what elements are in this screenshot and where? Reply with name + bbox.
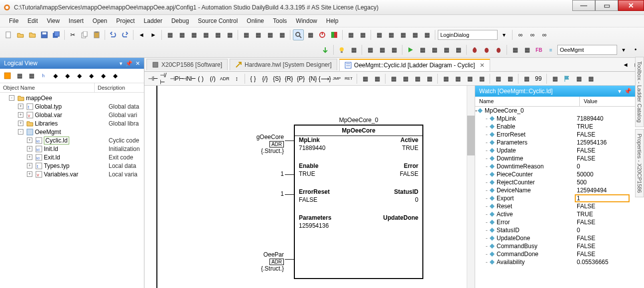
bug-icon[interactable] xyxy=(469,44,480,55)
watch-row[interactable]: -DowntimeReason0 xyxy=(475,162,644,170)
tb-icon[interactable]: ▦ xyxy=(521,44,532,55)
watch-row[interactable]: -PieceCounter50000 xyxy=(475,170,644,178)
menu-insert[interactable]: Insert xyxy=(65,16,88,26)
tree-toggle-icon[interactable]: - xyxy=(18,129,23,135)
bulb-icon[interactable] xyxy=(336,44,347,55)
tree-toggle-icon[interactable]: + xyxy=(27,138,32,143)
nav-down-icon[interactable] xyxy=(320,44,331,55)
paste-icon[interactable] xyxy=(91,29,102,40)
menu-tools[interactable]: Tools xyxy=(269,16,291,26)
tree-toggle-icon[interactable]: - xyxy=(9,95,14,101)
tb-icon[interactable]: ◆ xyxy=(74,70,85,81)
ld-icon[interactable]: ▦ xyxy=(400,73,411,84)
scrollbar[interactable] xyxy=(467,86,475,288)
watch-value-edit[interactable] xyxy=(575,194,630,202)
tb-icon[interactable]: ▦ xyxy=(417,44,428,55)
flag-icon[interactable] xyxy=(561,73,572,84)
watch-row[interactable]: -Export xyxy=(475,194,644,202)
tree-row[interactable]: +ldExit.ldExit code xyxy=(0,153,144,161)
combo-login[interactable] xyxy=(438,30,498,40)
watch-row[interactable]: -CommandBusyFALSE xyxy=(475,242,644,250)
tb-icon[interactable]: ▦ xyxy=(212,29,223,40)
menu-project[interactable]: Project xyxy=(112,16,138,26)
bug-icon[interactable] xyxy=(481,44,492,55)
tb-icon[interactable] xyxy=(2,70,13,81)
tb-icon[interactable]: h xyxy=(38,70,49,81)
bug-icon[interactable] xyxy=(493,44,504,55)
watch-list[interactable]: -MpOeeCore_0-MpLink71889440-EnableTRUE-E… xyxy=(475,107,644,288)
tb-icon[interactable]: ▦ xyxy=(188,29,199,40)
editor-tab[interactable]: OeeMgmt::Cyclic.ld [Ladder Diagram - Cyc… xyxy=(339,59,490,71)
ld-icon[interactable]: ▦ xyxy=(412,73,423,84)
watch-col-name[interactable]: Name xyxy=(475,97,580,106)
watch-row[interactable]: -DowntimeFALSE xyxy=(475,154,644,162)
fb-icon[interactable]: FB xyxy=(533,44,544,55)
ld-icon[interactable]: ▦ xyxy=(585,73,596,84)
watch-row[interactable]: -DeviceName125949494 xyxy=(475,186,644,194)
project-tree[interactable]: -mappOee+tGlobal.typGlobal data+vGlobal.… xyxy=(0,93,144,288)
menu-file[interactable]: File xyxy=(5,16,22,26)
tree-row[interactable]: +tTypes.typLocal data xyxy=(0,161,144,170)
tb-icon[interactable]: ▦ xyxy=(305,29,316,40)
save-all-icon[interactable] xyxy=(51,29,62,40)
tb-icon[interactable]: ▦ xyxy=(374,29,385,40)
col-description[interactable]: Description xyxy=(95,83,144,92)
ld-coil-icon[interactable]: {P} xyxy=(295,73,306,84)
ld-coil-icon[interactable]: (/) xyxy=(207,73,218,84)
tb-icon[interactable]: ▦ xyxy=(409,29,420,40)
play-icon[interactable] xyxy=(405,44,416,55)
tb-icon[interactable]: ▦ xyxy=(176,29,187,40)
tb-icon[interactable]: ◆ xyxy=(86,70,97,81)
ld-icon[interactable]: ▦ xyxy=(372,73,383,84)
col-objectname[interactable]: Object Name xyxy=(0,83,95,92)
tb-icon[interactable]: ▦ xyxy=(241,29,252,40)
open-icon[interactable] xyxy=(15,29,26,40)
watch-row[interactable]: -EnableTRUE xyxy=(475,123,644,131)
maximize-button[interactable]: ▭ xyxy=(595,0,618,11)
watch-row[interactable]: -ActiveTRUE xyxy=(475,210,644,218)
tree-toggle-icon[interactable]: + xyxy=(27,171,32,177)
tb-icon[interactable]: ▦ xyxy=(429,44,440,55)
ld-contact-icon[interactable]: ⊣N⊢ xyxy=(183,73,194,84)
tb-icon[interactable]: ▦ xyxy=(377,44,387,55)
tb-icon[interactable]: ▦ xyxy=(397,29,408,40)
combo-target[interactable] xyxy=(557,45,617,55)
ld-ret-icon[interactable]: RET xyxy=(343,73,354,84)
watch-row[interactable]: -StatusID0 xyxy=(475,226,644,234)
cut-icon[interactable]: ✂ xyxy=(67,29,78,40)
ld-contact-icon[interactable]: ⊣P⊢ xyxy=(171,73,182,84)
menu-view[interactable]: View xyxy=(43,16,64,26)
dropdown-icon[interactable]: ▾ xyxy=(618,44,629,55)
tree-toggle-icon[interactable]: + xyxy=(18,104,23,109)
dropdown-icon[interactable]: ▾ xyxy=(499,29,510,40)
ld-icon[interactable]: ▦ xyxy=(521,73,532,84)
ld-icon[interactable]: ▦ xyxy=(360,73,371,84)
ld-icon[interactable]: ▦ xyxy=(424,73,435,84)
watch-row[interactable]: -Availability0.05536665 xyxy=(475,258,644,266)
menu-debug[interactable]: Debug xyxy=(167,16,193,26)
watch-row[interactable]: -ErrorResetFALSE xyxy=(475,131,644,139)
menu-open[interactable]: Open xyxy=(89,16,111,26)
toolbox-tab[interactable]: Toolbox - Ladder Catalog xyxy=(635,57,644,127)
tb-icon[interactable]: ▦ xyxy=(357,29,368,40)
tree-toggle-icon[interactable]: + xyxy=(27,163,32,168)
ld-icon[interactable]: ↕ xyxy=(231,73,242,84)
new-icon[interactable] xyxy=(3,29,14,40)
tb-icon[interactable]: ◆ xyxy=(62,70,73,81)
ld-icon[interactable]: 99 xyxy=(533,73,544,84)
minimize-button[interactable]: — xyxy=(572,0,595,11)
tb-icon[interactable]: ◆ xyxy=(50,70,61,81)
tab-scroll-left-icon[interactable]: ◄ xyxy=(620,59,631,70)
properties-tab[interactable]: Properties - X20CP1586 xyxy=(635,129,644,197)
tb-icon[interactable]: ▦ xyxy=(200,29,211,40)
search-icon[interactable] xyxy=(293,29,304,40)
tree-toggle-icon[interactable]: + xyxy=(18,112,23,118)
tb-icon[interactable]: ▦ xyxy=(453,44,464,55)
tb-icon[interactable]: ◆ xyxy=(110,70,121,81)
tb-icon[interactable]: ▦ xyxy=(264,29,275,40)
panel-controls[interactable]: ▾ 📌 ✕ xyxy=(120,60,140,67)
link-icon[interactable]: ∞ xyxy=(515,29,526,40)
redo-icon[interactable] xyxy=(120,29,130,40)
tb-icon[interactable]: ▦ xyxy=(441,44,452,55)
tb-icon[interactable]: • xyxy=(630,44,641,55)
